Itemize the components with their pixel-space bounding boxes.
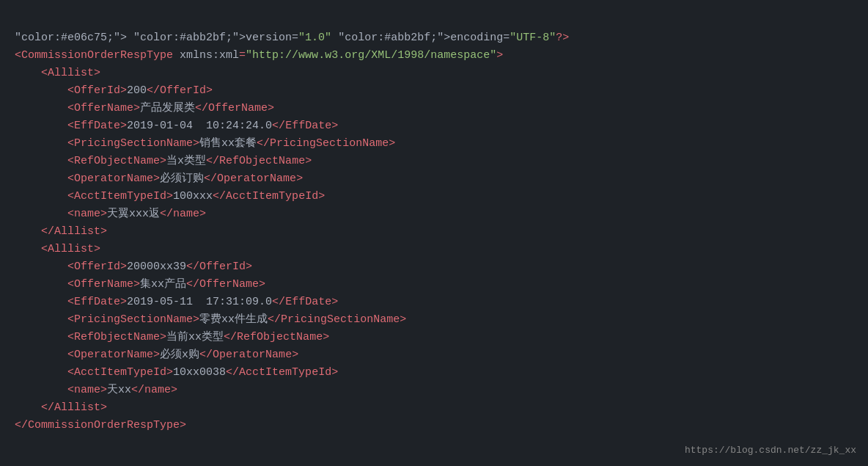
code-line: <name>天翼xxx返</name> xyxy=(15,205,853,223)
code-line: <OfferName>产品发展类</OfferName> xyxy=(15,100,853,117)
code-line: <name>天xx</name> xyxy=(15,382,853,399)
code-line: <AcctItemTypeId>100xxx</AcctItemTypeId> xyxy=(15,188,853,205)
code-line: <Alllist> xyxy=(15,65,853,82)
code-line: <EffDate>2019-05-11 17:31:09.0</EffDate> xyxy=(15,294,853,311)
code-line: <AcctItemTypeId>10xx0038</AcctItemTypeId… xyxy=(15,364,853,382)
code-line: <PricingSectionName>销售xx套餐</PricingSecti… xyxy=(15,135,853,153)
code-line: <Alllist> xyxy=(15,241,853,258)
code-line: "color:#e06c75;"> "color:#abb2bf;">versi… xyxy=(15,29,853,47)
code-line: <CommissionOrderRespType xmlns:xml="http… xyxy=(15,47,853,65)
code-line: <OperatorName>必须订购</OperatorName> xyxy=(15,170,853,188)
watermark: https://blog.csdn.net/zz_jk_xx xyxy=(685,443,856,459)
code-line: <RefObjectName>当前xx类型</RefObjectName> xyxy=(15,329,853,346)
xml-code-block: "color:#e06c75;"> "color:#abb2bf;">versi… xyxy=(15,12,853,434)
code-line: <OfferId>200</OfferId> xyxy=(15,82,853,100)
code-line: <OperatorName>必须x购</OperatorName> xyxy=(15,346,853,364)
code-line: <OfferName>集xx产品</OfferName> xyxy=(15,276,853,294)
code-line: </CommissionOrderRespType> xyxy=(15,417,853,434)
code-line: </Alllist> xyxy=(15,223,853,241)
code-line: <RefObjectName>当x类型</RefObjectName> xyxy=(15,153,853,170)
code-line: <EffDate>2019-01-04 10:24:24.0</EffDate> xyxy=(15,117,853,135)
code-line: <OfferId>20000xx39</OfferId> xyxy=(15,258,853,276)
code-line: </Alllist> xyxy=(15,399,853,417)
code-line: <PricingSectionName>零费xx件生成</PricingSect… xyxy=(15,311,853,329)
